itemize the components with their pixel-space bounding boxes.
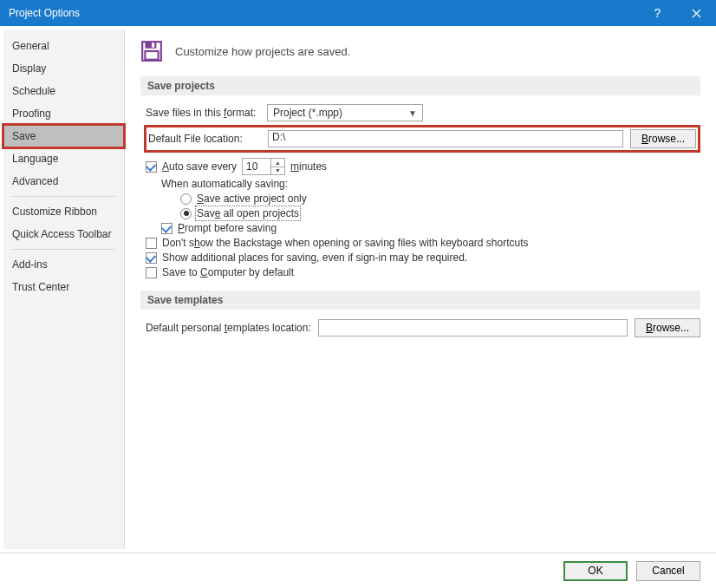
autosave-minutes-spinner[interactable]: 10 ▲▼: [242, 158, 285, 175]
browse-templates-button[interactable]: Browse...: [635, 318, 700, 337]
sidebar-item-display[interactable]: Display: [3, 57, 124, 80]
radio-save-all-label: Save all open projects: [197, 207, 299, 219]
save-icon: [140, 40, 163, 62]
sidebar-separator: [12, 196, 115, 197]
radio-save-active-label: Save active project only: [197, 193, 307, 205]
autosave-unit-label: minutes: [290, 160, 327, 173]
radio-save-active[interactable]: [180, 193, 192, 205]
sidebar-item-language[interactable]: Language: [3, 147, 124, 170]
backstage-checkbox[interactable]: [146, 238, 157, 249]
computer-label: Save to Computer by default: [162, 266, 294, 278]
when-saving-label: When automatically saving:: [161, 178, 288, 190]
svg-rect-2: [152, 42, 154, 47]
close-icon: [692, 9, 701, 18]
radio-save-all[interactable]: [180, 208, 192, 219]
help-button[interactable]: ?: [638, 0, 677, 26]
close-button[interactable]: [677, 0, 716, 26]
browse-location-button[interactable]: Browse...: [630, 129, 696, 148]
computer-checkbox[interactable]: [146, 267, 157, 278]
cancel-button[interactable]: Cancel: [636, 561, 700, 581]
location-input[interactable]: D:\: [268, 130, 623, 147]
autosave-checkbox[interactable]: [146, 161, 157, 173]
sidebar-item-trust-center[interactable]: Trust Center: [3, 276, 124, 298]
location-label: Default File location:: [148, 133, 261, 145]
spinner-up-icon[interactable]: ▲: [271, 159, 284, 167]
sidebar-item-customize-ribbon[interactable]: Customize Ribbon: [3, 200, 124, 223]
titlebar: Project Options ?: [0, 0, 716, 26]
prompt-label: Prompt before saving: [178, 222, 277, 234]
backstage-label: Don't show the Backstage when opening or…: [162, 237, 529, 249]
section-save-projects: Save projects: [140, 76, 700, 95]
templates-location-input[interactable]: [318, 319, 628, 336]
format-select[interactable]: Project (*.mpp) ▼: [267, 104, 423, 121]
svg-rect-1: [145, 42, 156, 49]
prompt-checkbox[interactable]: [161, 223, 172, 234]
content-pane: Customize how projects are saved. Save p…: [125, 26, 716, 552]
sidebar-item-advanced[interactable]: Advanced: [3, 170, 124, 193]
autosave-label: Auto save every: [162, 160, 237, 173]
footer: OK Cancel: [0, 553, 716, 588]
places-label: Show additional places for saving, even …: [162, 252, 467, 264]
sidebar-item-proofing[interactable]: Proofing: [3, 102, 124, 125]
chevron-down-icon: ▼: [408, 108, 417, 118]
sidebar-separator: [12, 249, 115, 250]
sidebar-item-save[interactable]: Save: [3, 125, 124, 147]
page-description: Customize how projects are saved.: [175, 45, 350, 58]
svg-rect-3: [145, 51, 158, 60]
format-select-value: Project (*.mpp): [273, 107, 342, 119]
sidebar-item-general[interactable]: General: [3, 35, 124, 57]
places-checkbox[interactable]: [146, 252, 157, 264]
sidebar-item-schedule[interactable]: Schedule: [3, 80, 124, 102]
sidebar: General Display Schedule Proofing Save L…: [3, 29, 125, 549]
spinner-down-icon[interactable]: ▼: [271, 167, 284, 175]
sidebar-item-quick-access[interactable]: Quick Access Toolbar: [3, 223, 124, 245]
section-save-templates: Save templates: [140, 291, 700, 310]
ok-button[interactable]: OK: [563, 561, 628, 581]
format-label: Save files in this format:: [146, 107, 258, 119]
window-title: Project Options: [9, 7, 638, 19]
sidebar-item-addins[interactable]: Add-ins: [3, 253, 124, 276]
templates-location-label: Default personal templates location:: [146, 322, 311, 334]
